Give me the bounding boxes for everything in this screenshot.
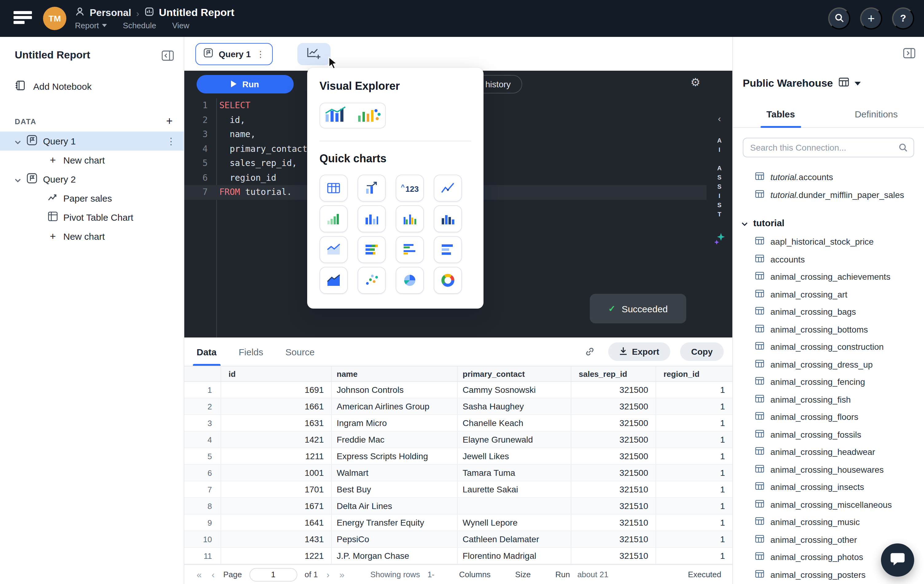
area-chart-button[interactable] bbox=[320, 267, 348, 294]
table-list-item[interactable]: animal_crossing_fish bbox=[733, 390, 924, 408]
table-row[interactable]: 10 1431 PepsiCo Cathleen Delamater 32151… bbox=[184, 531, 732, 548]
sidebar-item-new-chart-1[interactable]: + New chart bbox=[0, 151, 184, 170]
scatter-plot-button[interactable] bbox=[358, 267, 386, 294]
kebab-menu-icon[interactable]: ⋮ bbox=[256, 49, 265, 59]
copy-button[interactable]: Copy bbox=[680, 342, 724, 361]
collapse-panel-icon[interactable]: ‹ bbox=[718, 113, 721, 124]
table-row[interactable]: 9 1641 Energy Transfer Equity Wynell Lep… bbox=[184, 515, 732, 531]
table-row[interactable]: 2 1661 American Airlines Group Sasha Hau… bbox=[184, 398, 732, 415]
connection-search-input[interactable] bbox=[743, 138, 914, 157]
sidebar-item-pivot-table-chart[interactable]: Pivot Table Chart bbox=[0, 208, 184, 227]
table-list-item[interactable]: animal_crossing_fossils bbox=[733, 426, 924, 443]
chevron-down-icon[interactable] bbox=[15, 136, 21, 146]
schema-group-tutorial[interactable]: tutorial bbox=[733, 213, 924, 232]
stacked-bar-chart-button[interactable] bbox=[358, 236, 386, 263]
gear-icon[interactable]: ⚙ bbox=[691, 76, 700, 89]
line-chart-button[interactable] bbox=[434, 175, 462, 202]
table-list-item[interactable]: animal_crossing_art bbox=[733, 286, 924, 303]
help-button[interactable]: ? bbox=[892, 7, 914, 30]
menu-schedule[interactable]: Schedule bbox=[123, 21, 156, 30]
sidebar-item-query-2[interactable]: Query 2 bbox=[0, 170, 184, 189]
big-number-button[interactable]: ^123 bbox=[396, 175, 424, 202]
kebab-menu-icon[interactable]: ⋮ bbox=[167, 136, 177, 147]
table-row[interactable]: 11 1221 J.P. Morgan Chase Florentino Mad… bbox=[184, 548, 732, 564]
chat-widget-button[interactable] bbox=[881, 543, 914, 577]
mode-logo-icon[interactable] bbox=[13, 10, 35, 27]
bar-chart-button[interactable] bbox=[434, 236, 462, 263]
chevron-down-icon[interactable] bbox=[15, 174, 21, 184]
table-list-item[interactable]: animal_crossing_headwear bbox=[733, 443, 924, 461]
table-list-item[interactable]: animal_crossing_floors bbox=[733, 408, 924, 426]
area-line-chart-button[interactable] bbox=[320, 236, 348, 263]
pie-chart-button[interactable] bbox=[396, 267, 424, 294]
table-list-item[interactable]: animal_crossing_miscellaneous bbox=[733, 496, 924, 513]
table-list-item[interactable]: animal_crossing_music bbox=[733, 513, 924, 531]
prev-page-icon[interactable]: ‹ bbox=[210, 569, 216, 580]
table-row[interactable]: 8 1671 Delta Air Lines 321510 1 bbox=[184, 498, 732, 515]
pinned-table-item[interactable]: tutorial.accounts bbox=[733, 169, 924, 186]
first-page-icon[interactable]: « bbox=[195, 569, 203, 580]
table-list-item[interactable]: aapl_historical_stock_price bbox=[733, 233, 924, 250]
sparkle-icon[interactable] bbox=[713, 232, 726, 248]
column-header-name[interactable]: name bbox=[332, 366, 458, 381]
tab-source[interactable]: Source bbox=[285, 337, 315, 366]
table-list-item[interactable]: animal_crossing_fencing bbox=[733, 373, 924, 390]
table-list-item[interactable]: animal_crossing_bags bbox=[733, 303, 924, 321]
next-page-icon[interactable]: › bbox=[325, 569, 331, 580]
chevron-down-icon[interactable] bbox=[854, 82, 860, 86]
tab-definitions[interactable]: Definitions bbox=[828, 102, 924, 127]
size-dropdown[interactable]: Size bbox=[515, 570, 531, 579]
menu-report[interactable]: Report bbox=[75, 21, 107, 30]
tab-data[interactable]: Data bbox=[196, 337, 216, 366]
user-avatar[interactable]: TM bbox=[43, 7, 66, 30]
collapse-left-sidebar-button[interactable] bbox=[162, 50, 174, 61]
run-button[interactable]: Run bbox=[196, 75, 294, 93]
table-row[interactable]: 3 1631 Ingram Micro Chanelle Keach 32150… bbox=[184, 415, 732, 432]
tab-tables[interactable]: Tables bbox=[733, 102, 828, 127]
table-row[interactable]: 1 1691 Johnson Controls Cammy Sosnowski … bbox=[184, 382, 732, 398]
histogram-chart-button[interactable] bbox=[434, 205, 462, 232]
connection-name[interactable]: Public Warehouse bbox=[743, 78, 833, 90]
green-step-chart-button[interactable] bbox=[320, 205, 348, 232]
sidebar-item-new-chart-2[interactable]: + New chart bbox=[0, 227, 184, 246]
grouped-column-chart-button[interactable] bbox=[396, 205, 424, 232]
search-button[interactable] bbox=[828, 7, 850, 30]
column-header-region-id[interactable]: region_id bbox=[656, 366, 732, 381]
add-notebook-button[interactable]: Add Notebook bbox=[15, 80, 184, 93]
pinned-table-item[interactable]: tutorial.dunder_mifflin_paper_sales bbox=[733, 186, 924, 203]
table-row[interactable]: 4 1421 Freddie Mac Elayne Grunewald 3215… bbox=[184, 432, 732, 448]
table-row[interactable]: 6 1001 Walmart Tamara Tuma 321500 1 bbox=[184, 465, 732, 481]
table-list-item[interactable]: animal_crossing_insects bbox=[733, 478, 924, 496]
donut-chart-button[interactable] bbox=[434, 267, 462, 294]
menu-view[interactable]: View bbox=[172, 21, 190, 30]
breadcrumb-workspace[interactable]: Personal bbox=[90, 7, 131, 18]
column-header-primary-contact[interactable]: primary_contact bbox=[458, 366, 571, 381]
columns-dropdown[interactable]: Columns bbox=[459, 570, 491, 579]
table-row[interactable]: 5 1211 Express Scripts Holding Jewell Li… bbox=[184, 448, 732, 465]
table-list-item[interactable]: animal_crossing_bottoms bbox=[733, 321, 924, 338]
table-chart-button[interactable] bbox=[320, 175, 348, 202]
grouped-bar-chart-button[interactable] bbox=[396, 236, 424, 263]
column-header-sales-rep-id[interactable]: sales_rep_id bbox=[571, 366, 656, 381]
page-input[interactable] bbox=[249, 568, 297, 581]
link-icon[interactable] bbox=[581, 343, 598, 360]
table-list-item[interactable]: animal_crossing_dress_up bbox=[733, 356, 924, 373]
table-list-item[interactable]: animal_crossing_housewares bbox=[733, 461, 924, 478]
column-chart-button[interactable] bbox=[358, 205, 386, 232]
visual-explorer-button[interactable] bbox=[320, 103, 386, 129]
report-title[interactable]: Untitled Report bbox=[159, 7, 234, 19]
table-list-item[interactable]: animal_crossing_construction bbox=[733, 338, 924, 356]
tab-fields[interactable]: Fields bbox=[239, 337, 263, 366]
table-list-item[interactable]: accounts bbox=[733, 250, 924, 268]
create-new-button[interactable]: + bbox=[860, 7, 882, 30]
expand-right-panel-button[interactable] bbox=[903, 48, 916, 58]
tab-query-1[interactable]: Query 1 ⋮ bbox=[195, 43, 273, 65]
last-page-icon[interactable]: » bbox=[338, 569, 346, 580]
export-button[interactable]: Export bbox=[608, 342, 670, 361]
table-list-item[interactable]: animal_crossing_achievements bbox=[733, 268, 924, 286]
column-header-id[interactable]: id bbox=[221, 366, 332, 381]
combo-chart-button[interactable] bbox=[358, 175, 386, 202]
sidebar-item-paper-sales[interactable]: Paper sales bbox=[0, 189, 184, 208]
add-chart-tab-button[interactable] bbox=[297, 43, 330, 65]
add-data-button[interactable]: + bbox=[166, 115, 173, 128]
